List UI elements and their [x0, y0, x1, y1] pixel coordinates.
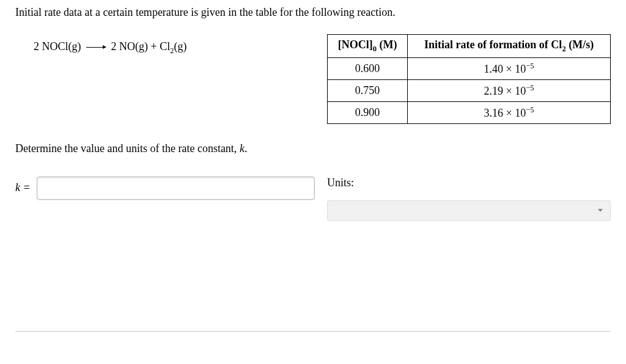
cell-conc: 0.900: [328, 101, 408, 123]
table-column: [NOCl]0 (M) Initial rate of formation of…: [327, 34, 611, 124]
reaction-arrow-icon: [86, 47, 106, 48]
equation-column: 2 NOCl(g) 2 NO(g) + Cl2(g): [15, 34, 315, 124]
rate-data-table: [NOCl]0 (M) Initial rate of formation of…: [327, 34, 611, 124]
intro-text: Initial rate data at a certain temperatu…: [15, 6, 611, 19]
cell-rate: 2.19 × 10−5: [408, 79, 611, 101]
table-row: 0.750 2.19 × 10−5: [328, 79, 611, 101]
cell-conc: 0.750: [328, 79, 408, 101]
cell-rate: 3.16 × 10−5: [408, 101, 611, 123]
units-label: Units:: [327, 177, 611, 189]
reaction-equation: 2 NOCl(g) 2 NO(g) + Cl2(g): [34, 40, 186, 53]
units-dropdown[interactable]: [327, 200, 611, 221]
table-header-rate: Initial rate of formation of Cl2 (M/s): [408, 35, 611, 58]
answer-row: k = Units:: [15, 177, 611, 221]
divider: [15, 331, 611, 332]
table-row: 0.900 3.16 × 10−5: [328, 101, 611, 123]
rate-constant-prompt: Determine the value and units of the rat…: [15, 142, 611, 155]
table-row: 0.600 1.40 × 10−5: [328, 57, 611, 79]
k-input-group: k =: [15, 177, 315, 200]
chevron-down-icon: [598, 209, 603, 212]
units-group: Units:: [327, 177, 611, 221]
k-value-input[interactable]: [37, 177, 315, 200]
cell-rate: 1.40 × 10−5: [408, 57, 611, 79]
content-row: 2 NOCl(g) 2 NO(g) + Cl2(g) [NOCl]0 (M) I…: [15, 34, 611, 124]
table-header-concentration: [NOCl]0 (M): [328, 35, 408, 58]
cell-conc: 0.600: [328, 57, 408, 79]
k-label: k =: [15, 181, 31, 194]
